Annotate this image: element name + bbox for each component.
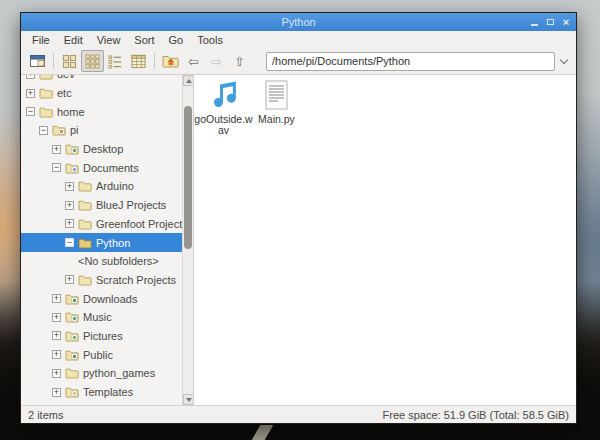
scroll-down-button[interactable] (183, 394, 194, 405)
scroll-up-icon (186, 79, 192, 83)
new-tab-button[interactable] (26, 50, 49, 72)
tree-item-etc[interactable]: + etc (21, 84, 193, 103)
up-icon: ⇧ (234, 54, 245, 69)
tree-folder-icon (78, 180, 92, 192)
tree-item-label: Templates (83, 386, 133, 398)
folder-icon (78, 180, 92, 192)
detailed-list-view-button[interactable] (127, 50, 150, 72)
file-item-gooutside-wav[interactable]: goOutside.wav (197, 77, 250, 136)
folder-home-icon (52, 124, 66, 136)
tree-item-scratch-projects[interactable]: + Scratch Projects (21, 271, 193, 290)
statusbar: 2 items Free space: 51.9 GiB (Total: 58.… (21, 405, 576, 423)
detailed-list-view-icon (131, 54, 146, 69)
tree-item-templates[interactable]: + Templates (21, 383, 193, 402)
sidebar-scrollbar[interactable] (182, 75, 193, 405)
menu-sort[interactable]: Sort (127, 34, 161, 46)
compact-view-button[interactable] (104, 50, 127, 72)
expand-icon[interactable]: + (52, 294, 61, 303)
tree-item-music[interactable]: + Music (21, 308, 193, 327)
expand-icon[interactable]: + (26, 89, 35, 98)
tree-item-downloads[interactable]: + Downloads (21, 289, 193, 308)
tree-item-public[interactable]: + Public (21, 345, 193, 364)
scroll-up-button[interactable] (183, 75, 194, 86)
thumbnail-view-button[interactable] (81, 50, 104, 72)
audio-file-icon (207, 79, 240, 110)
tree-item-python[interactable]: − Python (21, 233, 193, 252)
tree-item-python-games[interactable]: + python_games (21, 364, 193, 383)
collapse-icon[interactable]: − (65, 238, 74, 247)
window-title: Python (281, 16, 315, 28)
close-button[interactable]: × (560, 15, 572, 29)
collapse-icon[interactable]: − (26, 107, 35, 116)
expand-icon[interactable]: + (26, 75, 35, 79)
tree-item-label: Pictures (83, 330, 123, 342)
tree-item-label: python_games (83, 367, 155, 379)
tree-item-documents[interactable]: − Documents (21, 158, 193, 177)
back-button[interactable]: ⇦ (182, 50, 205, 72)
expand-icon[interactable]: + (65, 219, 74, 228)
tree-folder-icon (39, 106, 53, 118)
expand-icon[interactable]: + (52, 313, 61, 322)
tree-item-arduino[interactable]: + Arduino (21, 177, 193, 196)
file-item-main-py[interactable]: Main.py (250, 77, 303, 136)
back-icon: ⇦ (188, 54, 199, 69)
tree-item-dev[interactable]: + dev (21, 75, 193, 84)
tree-folder-icon (78, 199, 92, 211)
tree-item-label: Python (96, 237, 130, 249)
tree-item-label: Scratch Projects (96, 274, 176, 286)
scrollbar-thumb[interactable] (184, 106, 192, 249)
folder-icon (39, 106, 53, 118)
expand-icon[interactable]: + (52, 145, 61, 154)
expand-icon[interactable]: + (65, 182, 74, 191)
tree-item-label: Documents (83, 162, 139, 174)
menu-go[interactable]: Go (162, 34, 191, 46)
tree-folder-icon (65, 162, 79, 174)
maximize-button[interactable] (544, 15, 556, 29)
minimize-icon (531, 24, 538, 26)
folder-pictures-icon (65, 330, 79, 342)
collapse-icon[interactable]: − (39, 126, 48, 135)
tree-folder-icon (78, 237, 92, 249)
tree-item-pi[interactable]: − pi (21, 121, 193, 140)
path-dropdown-button[interactable] (557, 54, 571, 68)
forward-button[interactable]: ⇨ (205, 50, 228, 72)
tree-item-label: Public (83, 349, 113, 361)
path-input[interactable] (266, 52, 555, 71)
menu-view[interactable]: View (90, 34, 128, 46)
folder-icon (78, 199, 92, 211)
expand-icon[interactable]: + (65, 201, 74, 210)
expand-icon[interactable]: + (52, 350, 61, 359)
tree-item-home[interactable]: − home (21, 102, 193, 121)
tree-item-videos[interactable]: + Videos (21, 401, 193, 405)
tree-folder-icon (65, 349, 79, 361)
tree-item-greenfoot-projects[interactable]: + Greenfoot Projects (21, 215, 193, 234)
folder-desktop-icon (65, 143, 79, 155)
tree-item-desktop[interactable]: + Desktop (21, 140, 193, 159)
toolbar-separator (154, 53, 155, 69)
menu-edit[interactable]: Edit (57, 34, 90, 46)
expand-icon[interactable]: + (52, 388, 61, 397)
titlebar[interactable]: Python × (21, 13, 576, 31)
collapse-icon[interactable]: − (52, 163, 61, 172)
icon-view-button[interactable] (58, 50, 81, 72)
folder-icon (78, 218, 92, 230)
tree-item-label: dev (57, 75, 75, 80)
expand-icon[interactable]: + (65, 275, 74, 284)
menu-file[interactable]: File (25, 34, 57, 46)
minimize-button[interactable] (528, 15, 540, 29)
tree-item-pictures[interactable]: + Pictures (21, 327, 193, 346)
expand-icon[interactable]: + (52, 369, 61, 378)
home-folder-button[interactable] (159, 50, 182, 72)
menu-tools[interactable]: Tools (190, 34, 230, 46)
up-button[interactable]: ⇧ (228, 50, 251, 72)
expand-icon[interactable]: + (52, 331, 61, 340)
tree-item-no-subfolders[interactable]: <No subfolders> (21, 252, 193, 271)
folder-public-icon (65, 349, 79, 361)
file-list-view[interactable]: goOutside.wav Main.py (194, 75, 576, 405)
compact-view-icon (108, 54, 123, 69)
tree-item-bluej-projects[interactable]: + BlueJ Projects (21, 196, 193, 215)
thumbnail-view-icon (85, 54, 100, 69)
tree-item-label: <No subfolders> (78, 255, 159, 267)
tree-item-label: home (57, 106, 85, 118)
tree-item-label: Downloads (83, 293, 137, 305)
